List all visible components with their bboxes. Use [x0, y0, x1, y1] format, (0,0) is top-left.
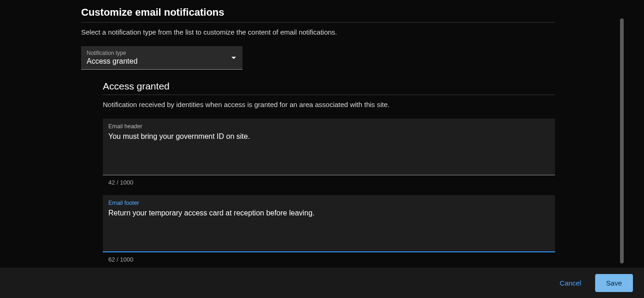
email-header-char-count: 42 / 1000	[103, 175, 555, 186]
cancel-button[interactable]: Cancel	[554, 274, 587, 292]
scrollbar-thumb[interactable]	[620, 18, 624, 263]
caret-down-icon	[231, 57, 236, 59]
section-title: Access granted	[103, 81, 555, 95]
page-title: Customize email notifications	[81, 6, 555, 23]
notification-type-label: Notification type	[87, 50, 137, 56]
email-footer-char-count: 62 / 1000	[103, 252, 555, 263]
email-footer-label: Email footer	[108, 200, 549, 206]
save-button[interactable]: Save	[595, 274, 633, 292]
email-header-label: Email header	[108, 123, 549, 130]
page-description: Select a notification type from the list…	[81, 28, 555, 36]
notification-type-value: Access granted	[87, 57, 137, 66]
email-header-field[interactable]: Email header	[103, 119, 555, 175]
email-header-input[interactable]	[108, 131, 549, 168]
notification-type-select[interactable]: Notification type Access granted	[81, 46, 242, 70]
section-description: Notification received by identities when…	[103, 101, 555, 108]
email-footer-input[interactable]	[108, 208, 549, 245]
footer-bar: Cancel Save	[0, 268, 644, 298]
email-footer-field[interactable]: Email footer	[103, 195, 555, 252]
scrollbar[interactable]	[620, 18, 624, 263]
